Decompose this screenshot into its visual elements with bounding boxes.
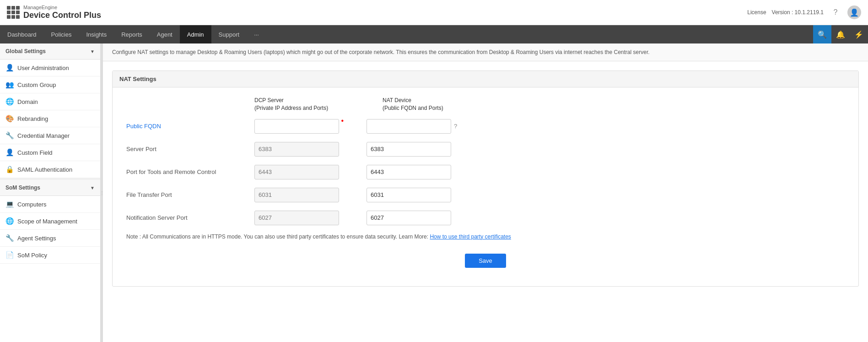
sidebar-item-custom-group[interactable]: 👥 Custom Group bbox=[0, 76, 100, 93]
content-area: Configure NAT settings to manage Desktop… bbox=[103, 43, 868, 342]
search-nav-button[interactable]: 🔍 bbox=[813, 25, 831, 43]
user-avatar[interactable]: 👤 bbox=[847, 5, 861, 19]
notifications-nav-button[interactable]: 🔔 bbox=[831, 25, 850, 43]
nat-notification-port-input[interactable] bbox=[367, 211, 451, 225]
dcp-tools-port-input[interactable] bbox=[254, 165, 339, 179]
dcp-notification-port-input[interactable] bbox=[254, 211, 339, 225]
sidebar-item-computers[interactable]: 💻 Computers bbox=[0, 196, 100, 213]
sidebar-label-som-policy: SoM Policy bbox=[17, 252, 47, 259]
settings-panel: NAT Settings DCP Server (Private IP Addr… bbox=[103, 61, 868, 296]
row-notification-port: Notification Server Port bbox=[126, 211, 845, 225]
nav-reports[interactable]: Reports bbox=[114, 25, 150, 43]
global-settings-label: Global Settings bbox=[5, 48, 46, 54]
custom-group-icon: 👥 bbox=[5, 81, 14, 89]
nav-insights[interactable]: Insights bbox=[79, 25, 114, 43]
nav-policies[interactable]: Policies bbox=[44, 25, 79, 43]
main-layout: Global Settings ▼ 👤 User Administration … bbox=[0, 43, 868, 342]
logo-text: ManageEngine Device Control Plus bbox=[23, 5, 101, 21]
sidebar-item-som-policy[interactable]: 📄 SoM Policy bbox=[0, 247, 100, 264]
sidebar-item-scope[interactable]: 🌐 Scope of Management bbox=[0, 213, 100, 230]
dcp-col-label1: DCP Server bbox=[254, 97, 346, 104]
license-label: License bbox=[747, 9, 766, 16]
sidebar-label-custom-field: Custom Field bbox=[17, 149, 53, 156]
info-text: Configure NAT settings to manage Desktop… bbox=[112, 49, 650, 55]
som-settings-chevron: ▼ bbox=[90, 185, 95, 190]
global-settings-header[interactable]: Global Settings ▼ bbox=[0, 43, 100, 60]
nat-file-transfer-input[interactable] bbox=[367, 188, 451, 202]
sidebar-label-rebranding: Rebranding bbox=[17, 115, 48, 122]
fqdn-help-icon[interactable]: ? bbox=[454, 123, 457, 130]
save-section: Save bbox=[126, 249, 845, 277]
nat-panel: NAT Settings DCP Server (Private IP Addr… bbox=[112, 71, 859, 287]
sidebar-item-domain[interactable]: 🌐 Domain bbox=[0, 93, 100, 110]
required-indicator: • bbox=[341, 117, 344, 125]
saml-icon: 🔒 bbox=[5, 165, 14, 174]
domain-icon: 🌐 bbox=[5, 98, 14, 106]
label-tools-port: Port for Tools and Remote Control bbox=[126, 168, 254, 175]
nat-tools-port-wrap bbox=[367, 165, 451, 179]
help-button[interactable]: ? bbox=[829, 6, 842, 19]
user-admin-icon: 👤 bbox=[5, 64, 14, 72]
sidebar-item-agent-settings[interactable]: 🔧 Agent Settings bbox=[0, 230, 100, 247]
computers-icon: 💻 bbox=[5, 200, 14, 208]
top-header: ManageEngine Device Control Plus License… bbox=[0, 0, 868, 25]
version-text: Version : 10.1.2119.1 bbox=[772, 9, 824, 16]
product-name: Device Control Plus bbox=[23, 11, 101, 21]
nav-more[interactable]: ··· bbox=[247, 25, 266, 43]
brand-name: ManageEngine bbox=[23, 5, 101, 11]
sidebar-item-custom-field[interactable]: 👤 Custom Field bbox=[0, 144, 100, 161]
dcp-server-port-input[interactable] bbox=[254, 142, 339, 157]
dcp-col-label2: (Private IP Address and Ports) bbox=[254, 104, 346, 112]
nat-col-header: NAT Device (Public FQDN and Ports) bbox=[383, 97, 474, 112]
note-link[interactable]: How to use third party certificates bbox=[430, 233, 511, 240]
sidebar-label-scope: Scope of Management bbox=[17, 218, 77, 225]
global-settings-chevron: ▼ bbox=[90, 49, 95, 54]
label-file-transfer: File Transfer Port bbox=[126, 191, 254, 198]
nat-col-label1: NAT Device bbox=[383, 97, 474, 104]
nav-admin[interactable]: Admin bbox=[180, 25, 211, 43]
sidebar-label-custom-group: Custom Group bbox=[17, 81, 56, 88]
label-notification-port: Notification Server Port bbox=[126, 214, 254, 221]
nat-file-transfer-wrap bbox=[367, 188, 451, 202]
sidebar-item-credential-manager[interactable]: 🔧 Credential Manager bbox=[0, 127, 100, 144]
row-public-fqdn: Public FQDN • ? bbox=[126, 119, 845, 134]
inputs-notification-port bbox=[254, 211, 451, 225]
note-prefix: Note : All Communications are in HTTPS m… bbox=[126, 233, 430, 240]
sidebar-item-rebranding[interactable]: 🎨 Rebranding bbox=[0, 110, 100, 127]
scope-icon: 🌐 bbox=[5, 217, 14, 225]
nav-agent[interactable]: Agent bbox=[150, 25, 180, 43]
sidebar: Global Settings ▼ 👤 User Administration … bbox=[0, 43, 101, 342]
dcp-fqdn-input[interactable] bbox=[254, 119, 339, 134]
dcp-file-transfer-input[interactable] bbox=[254, 188, 339, 202]
som-settings-header[interactable]: SoM Settings ▼ bbox=[0, 180, 100, 196]
nat-server-port-input[interactable] bbox=[367, 142, 451, 157]
sidebar-label-saml: SAML Authentication bbox=[17, 166, 72, 173]
inputs-tools-port bbox=[254, 165, 451, 179]
sidebar-label-domain: Domain bbox=[17, 98, 38, 105]
flash-nav-button[interactable]: ⚡ bbox=[850, 25, 868, 43]
sidebar-label-computers: Computers bbox=[17, 201, 47, 208]
nav-dashboard[interactable]: Dashboard bbox=[0, 25, 44, 43]
nav-support[interactable]: Support bbox=[211, 25, 247, 43]
dcp-fqdn-wrap: • bbox=[254, 119, 339, 134]
sidebar-item-user-administration[interactable]: 👤 User Administration bbox=[0, 60, 100, 76]
inputs-server-port bbox=[254, 142, 451, 157]
custom-field-icon: 👤 bbox=[5, 148, 14, 157]
nat-tools-port-input[interactable] bbox=[367, 165, 451, 179]
nat-col-label2: (Public FQDN and Ports) bbox=[383, 104, 474, 112]
nat-column-headers: DCP Server (Private IP Address and Ports… bbox=[254, 97, 845, 112]
row-tools-port: Port for Tools and Remote Control bbox=[126, 165, 845, 179]
som-settings-label: SoM Settings bbox=[5, 185, 40, 191]
sidebar-item-saml-auth[interactable]: 🔒 SAML Authentication bbox=[0, 161, 100, 178]
dcp-col-header: DCP Server (Private IP Address and Ports… bbox=[254, 97, 346, 112]
nat-fqdn-input[interactable] bbox=[367, 119, 451, 134]
dcp-server-port-wrap bbox=[254, 142, 339, 157]
nat-fqdn-wrap: ? bbox=[367, 119, 457, 134]
nat-server-port-wrap bbox=[367, 142, 451, 157]
sidebar-label-agent-settings: Agent Settings bbox=[17, 235, 56, 242]
save-button[interactable]: Save bbox=[465, 254, 506, 268]
panel-title: NAT Settings bbox=[113, 71, 858, 87]
nat-notification-port-wrap bbox=[367, 211, 451, 225]
grid-icon[interactable] bbox=[7, 6, 20, 19]
label-public-fqdn: Public FQDN bbox=[126, 123, 254, 130]
